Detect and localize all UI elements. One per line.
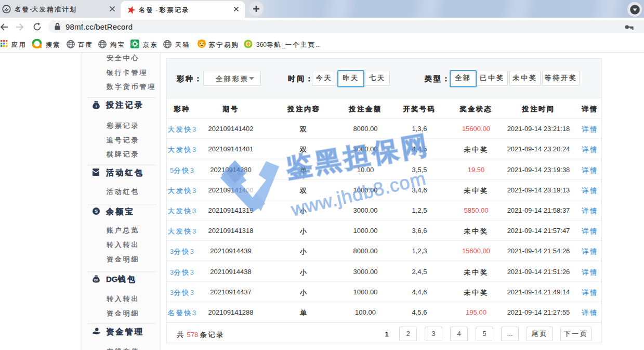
- svg-text:S: S: [95, 208, 98, 214]
- svg-text:DG: DG: [94, 279, 98, 282]
